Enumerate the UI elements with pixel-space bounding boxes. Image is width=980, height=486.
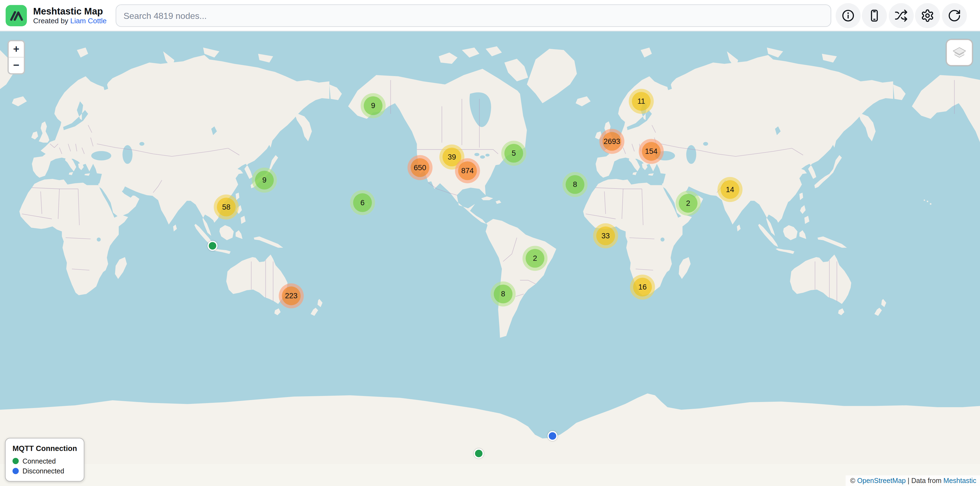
- attribution-copyright: ©: [850, 477, 857, 484]
- node-marker-disconnected[interactable]: [547, 431, 558, 441]
- top-bar: Meshtastic Map Created by Liam Cottle: [0, 0, 980, 31]
- node-cluster-marker[interactable]: 16: [630, 274, 655, 300]
- node-cluster-marker[interactable]: 11: [628, 89, 654, 114]
- mobile-app-button[interactable]: [862, 3, 887, 28]
- refresh-button[interactable]: [942, 3, 967, 28]
- settings-button[interactable]: [915, 3, 940, 28]
- shuffle-icon: [894, 8, 908, 22]
- legend-title: MQTT Connection: [13, 444, 77, 453]
- zoom-control: + −: [7, 40, 25, 75]
- search-input[interactable]: [115, 4, 831, 27]
- node-cluster-marker[interactable]: 58: [214, 194, 239, 220]
- info-icon: [841, 8, 855, 22]
- legend-item-connected: Connected: [13, 457, 77, 465]
- node-cluster-marker[interactable]: 9: [252, 168, 277, 193]
- mqtt-legend: MQTT Connection Connected Disconnected: [5, 438, 84, 481]
- connected-dot-icon: [13, 458, 19, 464]
- author-link[interactable]: Liam Cottle: [70, 17, 107, 24]
- meshtastic-link[interactable]: Meshtastic: [943, 477, 976, 484]
- meshtastic-logo-icon: [6, 5, 27, 26]
- random-node-button[interactable]: [888, 3, 913, 28]
- node-cluster-marker[interactable]: 223: [278, 283, 304, 308]
- map-canvas[interactable]: + − 939650874526931541183316214958628223…: [0, 31, 980, 486]
- layers-control[interactable]: [945, 39, 973, 67]
- layers-icon: [951, 44, 968, 61]
- osm-link[interactable]: OpenStreetMap: [857, 477, 906, 484]
- node-cluster-marker[interactable]: 33: [593, 223, 618, 248]
- byline: Created by Liam Cottle: [33, 17, 107, 25]
- attribution: © OpenStreetMap | Data from Meshtastic: [846, 475, 980, 486]
- zoom-out-button[interactable]: −: [9, 57, 24, 73]
- node-marker-connected[interactable]: [474, 448, 484, 459]
- info-button[interactable]: [835, 3, 860, 28]
- zoom-in-button[interactable]: +: [9, 41, 24, 57]
- node-cluster-marker[interactable]: 874: [455, 158, 480, 183]
- node-marker-connected[interactable]: [208, 241, 218, 251]
- gear-icon: [921, 8, 934, 22]
- node-cluster-marker[interactable]: 2: [676, 191, 700, 216]
- node-cluster-marker[interactable]: 8: [490, 282, 515, 306]
- header-buttons: [835, 3, 967, 28]
- node-cluster-marker[interactable]: 154: [639, 139, 663, 164]
- smartphone-icon: [868, 8, 881, 22]
- page-title: Meshtastic Map: [33, 6, 107, 16]
- byline-text: Created by: [33, 17, 70, 24]
- logo-glyph: [6, 5, 27, 26]
- node-cluster-marker[interactable]: 14: [718, 177, 742, 202]
- legend-label: Disconnected: [22, 467, 64, 475]
- node-cluster-marker[interactable]: 6: [350, 190, 375, 215]
- node-cluster-marker[interactable]: 9: [361, 93, 385, 118]
- node-cluster-marker[interactable]: 5: [501, 141, 526, 166]
- attribution-middle: | Data from: [905, 477, 943, 484]
- disconnected-dot-icon: [13, 468, 19, 474]
- node-cluster-marker[interactable]: 2: [523, 246, 547, 271]
- legend-item-disconnected: Disconnected: [13, 467, 77, 475]
- refresh-icon: [947, 8, 961, 22]
- node-cluster-marker[interactable]: 2693: [600, 129, 624, 154]
- legend-label: Connected: [22, 457, 56, 465]
- markers-layer: 939650874526931541183316214958628223: [0, 31, 980, 486]
- node-cluster-marker[interactable]: 650: [407, 155, 432, 180]
- node-cluster-marker[interactable]: 8: [562, 172, 587, 197]
